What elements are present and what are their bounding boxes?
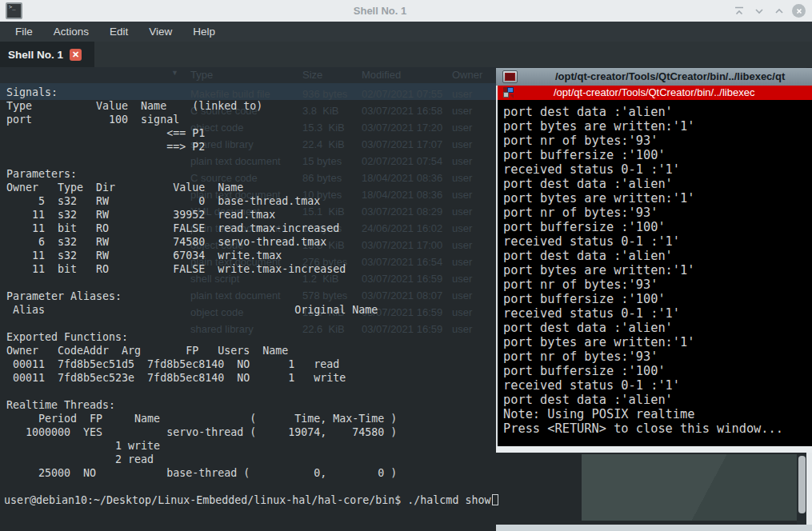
terminal-cursor [492, 494, 498, 505]
window-title: Shell No. 1 [0, 0, 760, 22]
sort-arrow-icon: ▼ [171, 69, 178, 77]
cell-owner: user [452, 304, 472, 321]
cell-owner: user [452, 287, 472, 304]
column-header-type: Type [190, 69, 213, 81]
console-window-title: /opt/qt-creator/Tools/QtCreator/bin/../l… [555, 68, 812, 86]
menu-item[interactable]: View [138, 22, 182, 42]
minimize-window-icon[interactable] [752, 4, 766, 18]
cell-owner: user [452, 119, 472, 136]
console-bottom-border [496, 446, 812, 453]
cell-owner: user [452, 203, 472, 220]
scrollbar-thumb[interactable] [798, 456, 806, 513]
cell-owner: user [452, 220, 472, 237]
cell-owner: user [452, 186, 472, 203]
file-manager-bottom-bar [496, 525, 812, 531]
window-titlebar: >_ Shell No. 1 [0, 0, 812, 22]
file-manager-right-edge [806, 453, 812, 531]
cell-owner: user [452, 102, 472, 119]
terminal-prompt[interactable]: user@debian10:~/Desktop/Linux-Embedded/l… [4, 493, 498, 507]
window-stack-icon [503, 87, 514, 98]
cell-owner: user [452, 321, 472, 337]
cell-owner: user [452, 136, 472, 153]
cell-owner: user [452, 270, 472, 287]
menu-item[interactable]: Help [182, 22, 226, 42]
column-header-owner: Owner [452, 69, 482, 81]
cell-owner: user [452, 170, 472, 186]
file-manager-empty-area [582, 454, 797, 521]
menu-item[interactable]: File [5, 22, 43, 42]
console-output: port dest data :'alien' port bytes are w… [503, 105, 783, 436]
cell-owner: user [452, 254, 472, 270]
maximize-window-icon[interactable] [772, 4, 786, 18]
tab-strip: Shell No. 1 ✕ [0, 42, 812, 67]
menu-item[interactable]: Actions [43, 22, 99, 42]
tab-close-icon[interactable]: ✕ [70, 49, 82, 61]
prompt-text: user@debian10:~/Desktop/Linux-Embedded/l… [4, 494, 490, 506]
console-window: /opt/qt-creator/Tools/QtCreator/bin/../l… [496, 68, 812, 453]
console-path-banner: /opt/qt-creator/Tools/QtCreator/bin/../l… [496, 86, 812, 100]
column-header-modified: Modified [362, 69, 401, 81]
console-titlebar[interactable]: /opt/qt-creator/Tools/QtCreator/bin/../l… [496, 68, 812, 86]
column-header-size: Size [302, 69, 322, 81]
console-path-text: /opt/qt-creator/Tools/QtCreator/bin/../l… [554, 86, 754, 100]
desktop: >_ Shell No. 1 FileActionsEditViewHelp S… [0, 0, 812, 531]
xterm-icon [502, 70, 518, 83]
console-screen[interactable]: port dest data :'alien' port bytes are w… [496, 100, 812, 446]
shade-window-icon[interactable] [732, 4, 746, 18]
cell-owner: user [452, 153, 472, 170]
close-window-icon[interactable] [792, 4, 806, 18]
menu-item[interactable]: Edit [99, 22, 138, 42]
menubar: FileActionsEditViewHelp [0, 22, 812, 42]
terminal-output[interactable]: Signals: Type Value Name (linked to) por… [6, 86, 397, 480]
tab-label: Shell No. 1 [8, 49, 63, 61]
window-controls [732, 4, 806, 18]
tab-shell-no-1[interactable]: Shell No. 1 ✕ [0, 42, 94, 67]
cell-owner: user [452, 237, 472, 254]
